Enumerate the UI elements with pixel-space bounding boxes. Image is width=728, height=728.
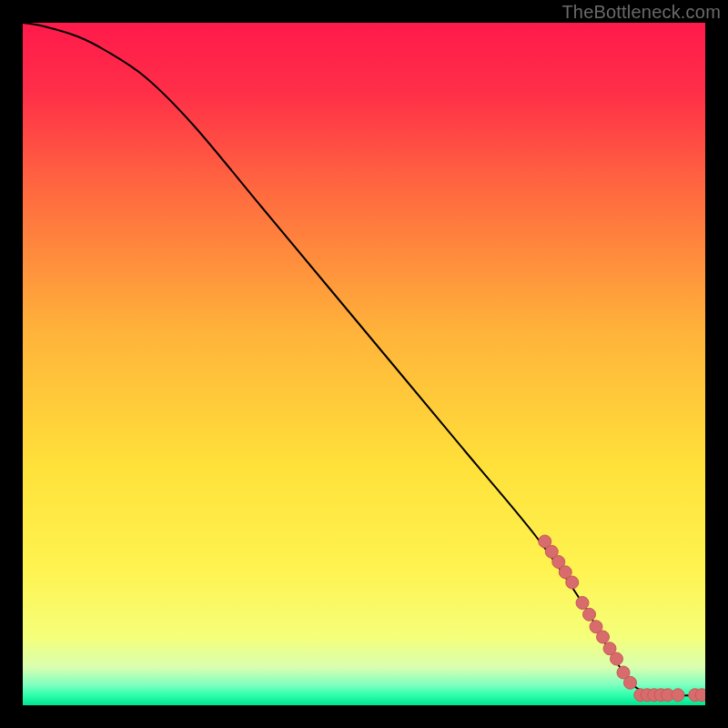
curve-marker bbox=[566, 576, 579, 589]
chart-svg bbox=[23, 23, 705, 705]
curve-marker bbox=[624, 676, 637, 689]
curve-marker bbox=[695, 689, 705, 702]
watermark-label: TheBottleneck.com bbox=[561, 2, 721, 23]
plot-area bbox=[23, 23, 705, 705]
gradient-background bbox=[23, 23, 705, 705]
curve-marker bbox=[597, 631, 610, 643]
curve-marker bbox=[611, 652, 623, 665]
chart-frame: TheBottleneck.com bbox=[0, 0, 728, 728]
curve-marker bbox=[576, 597, 589, 610]
curve-marker bbox=[672, 689, 684, 702]
curve-marker bbox=[583, 608, 596, 621]
